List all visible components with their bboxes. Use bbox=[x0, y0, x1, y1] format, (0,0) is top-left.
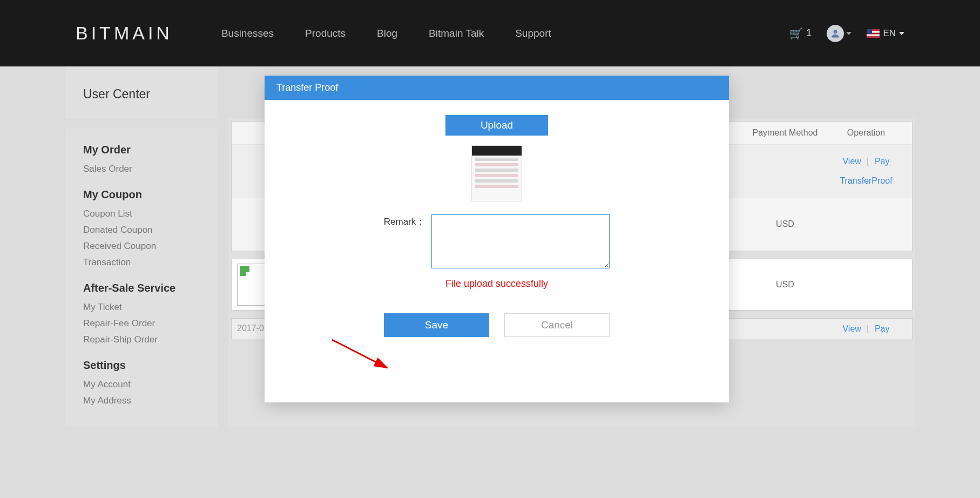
upload-button[interactable]: Upload bbox=[445, 115, 548, 136]
sidebar-item-donated-coupon[interactable]: Donated Coupon bbox=[83, 225, 199, 235]
pay-link[interactable]: Pay bbox=[875, 324, 890, 333]
svg-point-0 bbox=[834, 30, 837, 33]
nav-bitmain-talk[interactable]: Bitmain Talk bbox=[429, 28, 484, 39]
upload-thumbnail[interactable] bbox=[471, 145, 522, 201]
save-button[interactable]: Save bbox=[384, 313, 489, 337]
sidebar-group-my-coupon[interactable]: My Coupon bbox=[83, 189, 199, 201]
chevron-down-icon bbox=[846, 32, 851, 35]
dialog-title: Transfer Proof bbox=[265, 76, 729, 100]
col-payment-method: Payment Method bbox=[745, 128, 826, 138]
broken-image-icon bbox=[240, 266, 249, 276]
sidebar: My Order Sales Order My Coupon Coupon Li… bbox=[65, 129, 218, 427]
order-actions: View | Pay TransferProof bbox=[826, 157, 907, 186]
upload-success-message: File upload successfully bbox=[275, 278, 718, 290]
avatar-icon bbox=[827, 25, 844, 42]
remark-textarea[interactable] bbox=[431, 214, 610, 268]
sidebar-item-sales-order[interactable]: Sales Order bbox=[83, 164, 199, 174]
remark-label: Remark： bbox=[384, 216, 425, 228]
pay-link[interactable]: Pay bbox=[875, 157, 890, 166]
order-payment-method: USD bbox=[745, 280, 826, 290]
main-nav: Businesses Products Blog Bitmain Talk Su… bbox=[221, 28, 789, 39]
col-operation: Operation bbox=[826, 128, 907, 138]
nav-support[interactable]: Support bbox=[515, 28, 551, 39]
sidebar-item-transaction[interactable]: Transaction bbox=[83, 257, 199, 268]
transfer-proof-dialog: Transfer Proof Upload Remark： File uploa… bbox=[265, 76, 729, 402]
site-header: BITMAIN Businesses Products Blog Bitmain… bbox=[0, 0, 980, 66]
cart[interactable]: 🛒 1 bbox=[789, 27, 812, 40]
view-link[interactable]: View bbox=[842, 157, 861, 166]
page-title: User Center bbox=[65, 66, 218, 119]
sidebar-item-my-account[interactable]: My Account bbox=[83, 379, 199, 390]
language-switcher[interactable]: EN bbox=[867, 28, 904, 39]
transfer-proof-link[interactable]: TransferProof bbox=[826, 176, 907, 186]
order-payment-method: USD bbox=[745, 219, 826, 229]
order-actions: View | Pay bbox=[826, 324, 907, 334]
flag-us-icon bbox=[867, 29, 880, 38]
sidebar-group-my-order[interactable]: My Order bbox=[83, 144, 199, 156]
sidebar-item-my-ticket[interactable]: My Ticket bbox=[83, 302, 199, 313]
nav-blog[interactable]: Blog bbox=[377, 28, 397, 39]
chevron-down-icon bbox=[899, 32, 904, 35]
sidebar-group-settings[interactable]: Settings bbox=[83, 359, 199, 372]
sidebar-item-received-coupon[interactable]: Received Coupon bbox=[83, 241, 199, 252]
nav-businesses[interactable]: Businesses bbox=[221, 28, 274, 39]
nav-products[interactable]: Products bbox=[305, 28, 346, 39]
sidebar-group-after-sale[interactable]: After-Sale Service bbox=[83, 282, 199, 294]
sidebar-item-repair-fee-order[interactable]: Repair-Fee Order bbox=[83, 318, 199, 329]
cancel-button[interactable]: Cancel bbox=[504, 313, 610, 337]
logo[interactable]: BITMAIN bbox=[76, 23, 173, 44]
view-link[interactable]: View bbox=[842, 324, 861, 333]
separator: | bbox=[867, 324, 869, 333]
cart-count: 1 bbox=[806, 28, 812, 39]
sidebar-item-coupon-list[interactable]: Coupon List bbox=[83, 208, 199, 219]
sidebar-item-repair-ship-order[interactable]: Repair-Ship Order bbox=[83, 334, 199, 345]
cart-icon: 🛒 bbox=[789, 27, 803, 40]
separator: | bbox=[867, 157, 869, 166]
account-menu[interactable] bbox=[827, 25, 851, 42]
sidebar-item-my-address[interactable]: My Address bbox=[83, 395, 199, 406]
language-label: EN bbox=[883, 28, 896, 39]
